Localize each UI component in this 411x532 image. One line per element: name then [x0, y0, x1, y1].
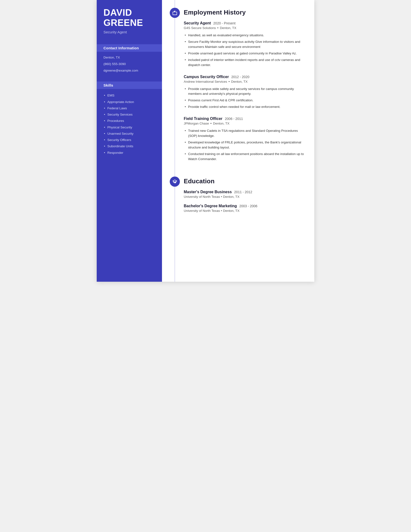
school-name: University of North Texas: [184, 209, 220, 213]
skill-item: Responder: [103, 150, 155, 156]
contact-section: Contact Information Denton, TX (860) 555…: [97, 40, 162, 77]
job-title-row: Security Agent2020 - Present: [184, 21, 305, 25]
main-content: Employment History Security Agent2020 - …: [162, 0, 314, 282]
briefcase-svg: [172, 10, 177, 16]
job-company: JPMorgan Chase • Denton, TX: [184, 122, 305, 125]
education-section: Education Master's Degree Business2011 -…: [162, 169, 305, 213]
graduation-svg: [172, 179, 177, 184]
skill-item: EMS: [103, 92, 155, 99]
contact-phone: (860) 555-3090: [103, 62, 155, 66]
bullet-item: Conducted training on all law enforcemen…: [184, 151, 305, 162]
skill-item: Physical Security: [103, 124, 155, 131]
employment-icon: [170, 8, 180, 18]
edu-block: Bachelor's Degree Marketing2003 - 2006Un…: [184, 204, 305, 213]
edu-dates: 2011 - 2012: [234, 190, 252, 194]
school-location: Denton, TX: [223, 209, 240, 213]
job-dates: 2012 - 2020: [231, 75, 250, 79]
separator: •: [217, 26, 219, 30]
job-title-row: Field Training Officer2006 - 2011: [184, 116, 305, 121]
company-location: Denton, TX: [213, 122, 229, 125]
school-location: Denton, TX: [223, 195, 240, 199]
skill-item: Unarmed Security: [103, 131, 155, 137]
job-title: Field Training Officer: [184, 116, 223, 121]
sidebar-header: DAVID GREENE Security Agent: [97, 0, 162, 40]
skill-item: Procedures: [103, 118, 155, 124]
job-block: Field Training Officer2006 - 2011JPMorga…: [184, 116, 305, 162]
job-title-row: Campus Security Officer2012 - 2020: [184, 75, 305, 79]
job-dates: 2020 - Present: [213, 21, 235, 25]
bullet-item: Possess current First Aid & CPR certific…: [184, 97, 305, 104]
skills-section: Skills EMSAppropriate ActionFederal Laws…: [97, 77, 162, 158]
company-name: Andrew International Services: [184, 80, 227, 83]
education-section-title: Education: [184, 178, 305, 185]
job-title: Security Agent: [184, 21, 211, 25]
contact-email: dgreene@example.com: [103, 68, 155, 73]
contact-location: Denton, TX: [103, 55, 155, 60]
skill-item: Security Services: [103, 112, 155, 118]
job-bullets: Handled, as well as evaluated emergency …: [184, 32, 305, 68]
sidebar: DAVID GREENE Security Agent Contact Info…: [97, 0, 162, 282]
bullet-item: Provide traffic control when needed for …: [184, 104, 305, 110]
job-block: Security Agent2020 - PresentG4S Secure S…: [184, 21, 305, 68]
edu-title-row: Bachelor's Degree Marketing2003 - 2006: [184, 204, 305, 208]
bullet-item: Developed knowledge of FRLE policies, pr…: [184, 139, 305, 151]
edu-dates: 2003 - 2006: [239, 204, 257, 208]
jobs-container: Security Agent2020 - PresentG4S Secure S…: [184, 21, 305, 162]
company-name: G4S Secure Solutions: [184, 26, 216, 30]
edu-container: Master's Degree Business2011 - 2012Unive…: [184, 190, 305, 213]
job-dates: 2006 - 2011: [225, 117, 243, 121]
school-name: University of North Texas: [184, 195, 220, 199]
resume-container: DAVID GREENE Security Agent Contact Info…: [97, 0, 314, 282]
edu-title-row: Master's Degree Business2011 - 2012: [184, 190, 305, 194]
job-title: Campus Security Officer: [184, 75, 229, 79]
skills-list: EMSAppropriate ActionFederal LawsSecurit…: [103, 92, 155, 156]
bullet-item: Trained new Cadets in TSA regulations an…: [184, 128, 305, 139]
bullet-item: Provide campus wide safety and security …: [184, 86, 305, 97]
company-location: Denton, TX: [220, 26, 236, 30]
bullet-item: Provide unarmed guard services at gated …: [184, 50, 305, 57]
skills-section-title: Skills: [97, 82, 162, 89]
company-location: Denton, TX: [231, 80, 248, 83]
separator: •: [221, 195, 222, 199]
separator: •: [221, 209, 222, 213]
skill-item: Appropriate Action: [103, 99, 155, 105]
skill-item: Security Officers: [103, 137, 155, 143]
separator: •: [228, 80, 230, 83]
edu-school: University of North Texas • Denton, TX: [184, 195, 305, 199]
edu-block: Master's Degree Business2011 - 2012Unive…: [184, 190, 305, 199]
bullet-item: Handled, as well as evaluated emergency …: [184, 32, 305, 39]
candidate-title: Security Agent: [103, 30, 155, 34]
skill-item: Subordinate Units: [103, 143, 155, 150]
contact-section-title: Contact Information: [97, 44, 162, 52]
employment-section-title: Employment History: [184, 9, 305, 16]
job-block: Campus Security Officer2012 - 2020Andrew…: [184, 75, 305, 111]
skill-item: Federal Laws: [103, 105, 155, 112]
edu-degree: Bachelor's Degree Marketing: [184, 204, 237, 208]
employment-section: Employment History Security Agent2020 - …: [162, 0, 305, 162]
candidate-name: DAVID GREENE: [103, 8, 155, 28]
edu-degree: Master's Degree Business: [184, 190, 232, 194]
edu-school: University of North Texas • Denton, TX: [184, 209, 305, 213]
bullet-item: Secure Facility Monitor any suspicious a…: [184, 39, 305, 50]
education-icon: [170, 177, 180, 187]
job-company: G4S Secure Solutions • Denton, TX: [184, 26, 305, 30]
bullet-item: included patrol of interior written inci…: [184, 57, 305, 68]
job-bullets: Trained new Cadets in TSA regulations an…: [184, 128, 305, 162]
separator: •: [210, 122, 212, 125]
job-company: Andrew International Services • Denton, …: [184, 80, 305, 83]
job-bullets: Provide campus wide safety and security …: [184, 86, 305, 111]
company-name: JPMorgan Chase: [184, 122, 209, 125]
